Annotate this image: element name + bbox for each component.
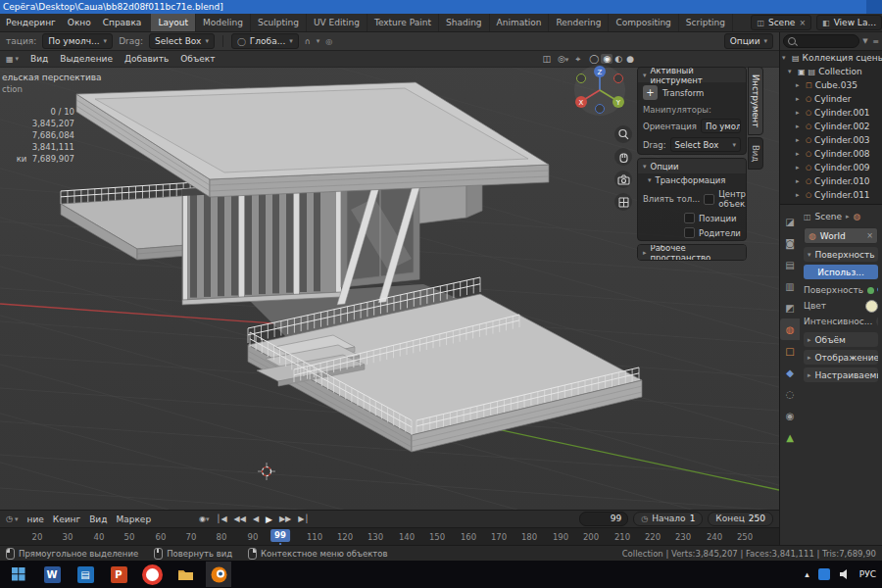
timeline-playhead[interactable]: 99 — [270, 529, 290, 542]
viewport-display-section-header[interactable]: ▸Отображение во... — [804, 350, 878, 365]
surface-row[interactable]: Поверхность Фон — [804, 282, 878, 298]
locations-checkbox[interactable] — [684, 213, 695, 223]
properties-tab-output-icon[interactable]: ▤ — [780, 254, 800, 275]
outliner-options-icon[interactable]: ≡ — [872, 37, 879, 46]
close-icon[interactable]: × — [866, 231, 873, 240]
frame-end-field[interactable]: Конец250 — [708, 512, 773, 526]
viewport-menu-object[interactable]: Объект — [180, 54, 215, 64]
workspace-tab[interactable]: Scripting — [679, 14, 733, 31]
timeline-menu-view[interactable]: Вид — [89, 514, 107, 524]
surface-section-header[interactable]: ▾Поверхность — [804, 247, 878, 262]
jump-to-end-button[interactable]: ▶│ — [298, 514, 309, 524]
outliner-row-object[interactable]: ▸○Cylinder — [780, 92, 882, 106]
outliner-row-object[interactable]: ▸○Cylinder.001 — [780, 106, 882, 120]
viewport-menu-select[interactable]: Выделение — [60, 54, 113, 64]
3d-viewport[interactable]: ▦▾ Вид Выделение Добавить Объект ◫ ◎▾ ⌖ … — [0, 51, 779, 510]
jump-to-start-button[interactable]: │◀ — [217, 514, 227, 524]
gizmo-y-neg-axis[interactable] — [577, 74, 586, 83]
outliner-row-object[interactable]: ▸□Cube.035 — [780, 78, 882, 92]
panel-drag-dropdown[interactable]: Select Box▾ — [670, 137, 741, 152]
tray-chevron-icon[interactable]: ▴ — [805, 569, 809, 579]
editor-type-icon[interactable]: ▦▾ — [6, 55, 19, 64]
viewport-menu-view[interactable]: Вид — [30, 54, 48, 64]
overlays-dropdown-icon[interactable]: ◎▾ — [558, 54, 568, 64]
origins-checkbox[interactable] — [704, 194, 714, 205]
properties-tab-object-icon[interactable]: □ — [780, 340, 800, 362]
frame-start-field[interactable]: ◷Начало1 — [633, 512, 703, 526]
properties-tab-world-icon[interactable]: ◍ — [780, 318, 800, 340]
properties-tab-view-layer-icon[interactable]: ▥ — [780, 275, 800, 297]
sidebar-tab-tool[interactable]: Инструмент — [748, 67, 763, 135]
workspace-tab[interactable]: Animation — [490, 14, 550, 31]
use-nodes-button[interactable]: Использ... — [804, 265, 878, 279]
properties-tab-tool-icon[interactable]: ◪ — [780, 211, 800, 232]
outliner-row-object[interactable]: ▸○Cylinder.003 — [780, 133, 882, 147]
gizmo-z-neg-axis[interactable] — [596, 105, 605, 114]
timeline-menu-playback[interactable]: ние — [27, 514, 44, 524]
filter-icon[interactable]: ▼ — [862, 37, 869, 45]
tray-app-icon[interactable] — [818, 568, 830, 580]
workspace-tab[interactable]: UV Editing — [307, 14, 368, 31]
workspace-panel-header[interactable]: ▸Рабочее пространство — [638, 245, 746, 260]
word-app-button[interactable]: W — [39, 562, 65, 587]
viewport-menu-add[interactable]: Добавить — [124, 54, 169, 64]
outliner-row-object[interactable]: ▸○Cylinder.002 — [780, 120, 882, 133]
next-keyframe-button[interactable]: ▶▶ — [279, 514, 291, 524]
properties-tab-data-icon[interactable]: ▲ — [780, 426, 800, 448]
timeline-menu-marker[interactable]: Маркер — [116, 514, 151, 524]
browser-app-button[interactable] — [139, 562, 165, 587]
navigation-gizmo[interactable]: Z X Y — [572, 63, 627, 118]
outliner-row-object[interactable]: ▸○Cylinder.009 — [780, 161, 882, 174]
gizmo-x-neg-axis[interactable] — [614, 74, 623, 83]
properties-tab-scene-icon[interactable]: ◩ — [780, 297, 800, 318]
properties-tab-modifiers-icon[interactable]: ◆ — [780, 362, 800, 383]
ortho-toggle-button[interactable] — [614, 193, 632, 211]
start-button[interactable] — [6, 562, 31, 587]
xray-toggle-icon[interactable]: ◫ — [542, 54, 551, 64]
strength-row[interactable]: Интенсивнос... 1.000 — [804, 314, 878, 329]
menu-window[interactable]: Окно — [62, 18, 97, 27]
properties-tab-physics-icon[interactable]: ◌ — [780, 383, 800, 405]
play-button[interactable]: ▶ — [266, 514, 272, 524]
play-reverse-button[interactable]: ◀ — [253, 514, 259, 524]
workspace-tab[interactable]: Rendering — [549, 14, 609, 31]
snap-magnet-icon[interactable]: ∩ — [305, 37, 311, 46]
snap-dropdown-icon[interactable]: ▾ — [317, 37, 320, 45]
sidebar-tab-view[interactable]: Вид — [748, 137, 763, 170]
file-explorer-button[interactable] — [172, 562, 198, 587]
strength-field[interactable]: 1.000 — [876, 316, 878, 327]
outliner-row-object[interactable]: ▸○Cylinder.010 — [780, 174, 882, 188]
scene-selector[interactable]: ◫ Scene × — [751, 15, 811, 30]
active-tool-panel-header[interactable]: ▾Активный инструмент — [638, 68, 746, 82]
workspace-tab[interactable]: Layout — [151, 14, 196, 31]
panel-orientation-dropdown[interactable]: По умолча...▾ — [701, 119, 741, 133]
proportional-editing-icon[interactable]: ◎ — [325, 37, 332, 46]
timeline-editor-icon[interactable]: ◷▾ — [6, 514, 19, 523]
powerpoint-app-button[interactable]: P — [106, 562, 131, 587]
close-icon[interactable]: × — [799, 19, 806, 27]
options-dropdown[interactable]: Опции▾ — [724, 33, 773, 49]
pan-button[interactable] — [614, 148, 632, 166]
menu-render[interactable]: Рендеринг — [0, 18, 62, 27]
volume-section-header[interactable]: ▸Объём — [804, 332, 878, 347]
transform-orientation-dropdown[interactable]: По умолч...▾ — [42, 33, 113, 49]
properties-tab-render-icon[interactable]: ◙ — [780, 232, 800, 254]
timeline-menu-keying[interactable]: Кеинг — [53, 514, 80, 524]
workspace-tab[interactable]: Sculpting — [251, 14, 307, 31]
color-row[interactable]: Цвет — [804, 298, 878, 314]
camera-view-button[interactable] — [614, 171, 632, 188]
workspace-tab[interactable]: Compositing — [609, 14, 678, 31]
language-indicator[interactable]: РУС — [859, 569, 876, 579]
3d-model-house[interactable] — [61, 82, 642, 452]
window-controls[interactable] — [866, 0, 882, 14]
outliner-row-object[interactable]: ▸○Cylinder.011 — [780, 188, 882, 202]
outliner-row-object[interactable]: ▸○Cylinder.008 — [780, 147, 882, 161]
outliner-row-scene-collection[interactable]: ▾▤ Коллекция сцены — [780, 51, 882, 65]
menu-help[interactable]: Справка — [97, 18, 148, 27]
active-tool-row[interactable]: + Transform — [638, 82, 746, 103]
world-datablock-field[interactable]: ◍ World × — [804, 227, 878, 244]
auto-keying-button[interactable]: ◉▾ — [199, 514, 210, 524]
prev-keyframe-button[interactable]: ◀◀ — [234, 514, 246, 524]
view-layer-selector[interactable]: ◧ View La... — [816, 15, 882, 30]
parents-checkbox[interactable] — [684, 227, 695, 238]
